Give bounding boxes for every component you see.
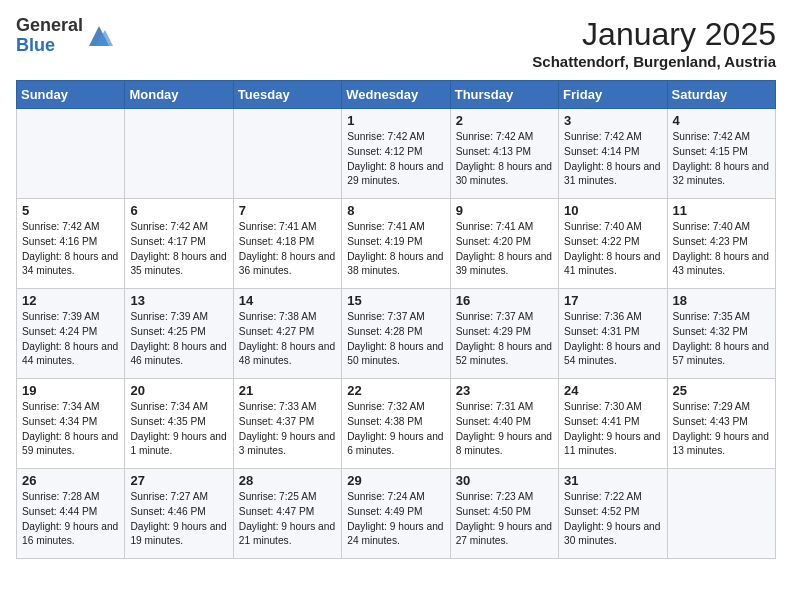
day-number: 23	[456, 383, 553, 398]
day-number: 24	[564, 383, 661, 398]
day-header-wednesday: Wednesday	[342, 81, 450, 109]
week-row-2: 5Sunrise: 7:42 AM Sunset: 4:16 PM Daylig…	[17, 199, 776, 289]
day-cell: 3Sunrise: 7:42 AM Sunset: 4:14 PM Daylig…	[559, 109, 667, 199]
day-cell: 4Sunrise: 7:42 AM Sunset: 4:15 PM Daylig…	[667, 109, 775, 199]
day-info: Sunrise: 7:34 AM Sunset: 4:35 PM Dayligh…	[130, 400, 227, 459]
day-info: Sunrise: 7:42 AM Sunset: 4:17 PM Dayligh…	[130, 220, 227, 279]
week-row-3: 12Sunrise: 7:39 AM Sunset: 4:24 PM Dayli…	[17, 289, 776, 379]
day-cell: 1Sunrise: 7:42 AM Sunset: 4:12 PM Daylig…	[342, 109, 450, 199]
day-number: 31	[564, 473, 661, 488]
day-info: Sunrise: 7:33 AM Sunset: 4:37 PM Dayligh…	[239, 400, 336, 459]
day-cell	[667, 469, 775, 559]
day-info: Sunrise: 7:39 AM Sunset: 4:24 PM Dayligh…	[22, 310, 119, 369]
page-header: General Blue January 2025 Schattendorf, …	[16, 16, 776, 70]
day-number: 25	[673, 383, 770, 398]
day-number: 20	[130, 383, 227, 398]
day-number: 9	[456, 203, 553, 218]
day-info: Sunrise: 7:35 AM Sunset: 4:32 PM Dayligh…	[673, 310, 770, 369]
day-info: Sunrise: 7:25 AM Sunset: 4:47 PM Dayligh…	[239, 490, 336, 549]
day-cell: 15Sunrise: 7:37 AM Sunset: 4:28 PM Dayli…	[342, 289, 450, 379]
day-number: 12	[22, 293, 119, 308]
day-cell: 5Sunrise: 7:42 AM Sunset: 4:16 PM Daylig…	[17, 199, 125, 289]
day-info: Sunrise: 7:42 AM Sunset: 4:12 PM Dayligh…	[347, 130, 444, 189]
day-info: Sunrise: 7:37 AM Sunset: 4:29 PM Dayligh…	[456, 310, 553, 369]
day-number: 8	[347, 203, 444, 218]
day-number: 30	[456, 473, 553, 488]
day-info: Sunrise: 7:22 AM Sunset: 4:52 PM Dayligh…	[564, 490, 661, 549]
day-cell: 29Sunrise: 7:24 AM Sunset: 4:49 PM Dayli…	[342, 469, 450, 559]
day-cell: 19Sunrise: 7:34 AM Sunset: 4:34 PM Dayli…	[17, 379, 125, 469]
day-cell: 14Sunrise: 7:38 AM Sunset: 4:27 PM Dayli…	[233, 289, 341, 379]
day-number: 3	[564, 113, 661, 128]
day-cell: 22Sunrise: 7:32 AM Sunset: 4:38 PM Dayli…	[342, 379, 450, 469]
day-cell: 18Sunrise: 7:35 AM Sunset: 4:32 PM Dayli…	[667, 289, 775, 379]
day-number: 26	[22, 473, 119, 488]
day-number: 4	[673, 113, 770, 128]
day-header-saturday: Saturday	[667, 81, 775, 109]
day-info: Sunrise: 7:23 AM Sunset: 4:50 PM Dayligh…	[456, 490, 553, 549]
day-info: Sunrise: 7:29 AM Sunset: 4:43 PM Dayligh…	[673, 400, 770, 459]
day-info: Sunrise: 7:42 AM Sunset: 4:13 PM Dayligh…	[456, 130, 553, 189]
day-cell: 11Sunrise: 7:40 AM Sunset: 4:23 PM Dayli…	[667, 199, 775, 289]
day-number: 22	[347, 383, 444, 398]
week-row-5: 26Sunrise: 7:28 AM Sunset: 4:44 PM Dayli…	[17, 469, 776, 559]
location-title: Schattendorf, Burgenland, Austria	[532, 53, 776, 70]
day-header-thursday: Thursday	[450, 81, 558, 109]
day-cell: 8Sunrise: 7:41 AM Sunset: 4:19 PM Daylig…	[342, 199, 450, 289]
days-header-row: SundayMondayTuesdayWednesdayThursdayFrid…	[17, 81, 776, 109]
day-info: Sunrise: 7:30 AM Sunset: 4:41 PM Dayligh…	[564, 400, 661, 459]
day-info: Sunrise: 7:42 AM Sunset: 4:16 PM Dayligh…	[22, 220, 119, 279]
day-number: 15	[347, 293, 444, 308]
day-number: 10	[564, 203, 661, 218]
day-info: Sunrise: 7:39 AM Sunset: 4:25 PM Dayligh…	[130, 310, 227, 369]
day-info: Sunrise: 7:41 AM Sunset: 4:18 PM Dayligh…	[239, 220, 336, 279]
day-info: Sunrise: 7:31 AM Sunset: 4:40 PM Dayligh…	[456, 400, 553, 459]
day-number: 2	[456, 113, 553, 128]
day-cell: 26Sunrise: 7:28 AM Sunset: 4:44 PM Dayli…	[17, 469, 125, 559]
day-info: Sunrise: 7:41 AM Sunset: 4:19 PM Dayligh…	[347, 220, 444, 279]
day-number: 28	[239, 473, 336, 488]
day-cell: 6Sunrise: 7:42 AM Sunset: 4:17 PM Daylig…	[125, 199, 233, 289]
day-info: Sunrise: 7:40 AM Sunset: 4:22 PM Dayligh…	[564, 220, 661, 279]
day-cell: 16Sunrise: 7:37 AM Sunset: 4:29 PM Dayli…	[450, 289, 558, 379]
day-info: Sunrise: 7:28 AM Sunset: 4:44 PM Dayligh…	[22, 490, 119, 549]
day-cell: 21Sunrise: 7:33 AM Sunset: 4:37 PM Dayli…	[233, 379, 341, 469]
calendar-table: SundayMondayTuesdayWednesdayThursdayFrid…	[16, 80, 776, 559]
day-number: 7	[239, 203, 336, 218]
day-info: Sunrise: 7:42 AM Sunset: 4:15 PM Dayligh…	[673, 130, 770, 189]
day-header-monday: Monday	[125, 81, 233, 109]
day-number: 14	[239, 293, 336, 308]
day-cell: 24Sunrise: 7:30 AM Sunset: 4:41 PM Dayli…	[559, 379, 667, 469]
day-info: Sunrise: 7:42 AM Sunset: 4:14 PM Dayligh…	[564, 130, 661, 189]
day-cell: 23Sunrise: 7:31 AM Sunset: 4:40 PM Dayli…	[450, 379, 558, 469]
day-header-sunday: Sunday	[17, 81, 125, 109]
day-number: 19	[22, 383, 119, 398]
month-title: January 2025	[532, 16, 776, 53]
day-info: Sunrise: 7:27 AM Sunset: 4:46 PM Dayligh…	[130, 490, 227, 549]
day-number: 5	[22, 203, 119, 218]
day-info: Sunrise: 7:38 AM Sunset: 4:27 PM Dayligh…	[239, 310, 336, 369]
day-cell: 17Sunrise: 7:36 AM Sunset: 4:31 PM Dayli…	[559, 289, 667, 379]
day-cell: 13Sunrise: 7:39 AM Sunset: 4:25 PM Dayli…	[125, 289, 233, 379]
day-number: 21	[239, 383, 336, 398]
day-info: Sunrise: 7:40 AM Sunset: 4:23 PM Dayligh…	[673, 220, 770, 279]
logo: General Blue	[16, 16, 113, 56]
day-number: 11	[673, 203, 770, 218]
day-number: 29	[347, 473, 444, 488]
day-number: 27	[130, 473, 227, 488]
week-row-4: 19Sunrise: 7:34 AM Sunset: 4:34 PM Dayli…	[17, 379, 776, 469]
day-info: Sunrise: 7:24 AM Sunset: 4:49 PM Dayligh…	[347, 490, 444, 549]
day-number: 18	[673, 293, 770, 308]
day-cell	[125, 109, 233, 199]
day-info: Sunrise: 7:34 AM Sunset: 4:34 PM Dayligh…	[22, 400, 119, 459]
day-number: 17	[564, 293, 661, 308]
day-info: Sunrise: 7:36 AM Sunset: 4:31 PM Dayligh…	[564, 310, 661, 369]
day-cell: 2Sunrise: 7:42 AM Sunset: 4:13 PM Daylig…	[450, 109, 558, 199]
day-cell: 27Sunrise: 7:27 AM Sunset: 4:46 PM Dayli…	[125, 469, 233, 559]
logo-blue-text: Blue	[16, 36, 83, 56]
day-cell	[233, 109, 341, 199]
day-info: Sunrise: 7:37 AM Sunset: 4:28 PM Dayligh…	[347, 310, 444, 369]
day-info: Sunrise: 7:41 AM Sunset: 4:20 PM Dayligh…	[456, 220, 553, 279]
day-cell: 7Sunrise: 7:41 AM Sunset: 4:18 PM Daylig…	[233, 199, 341, 289]
title-section: January 2025 Schattendorf, Burgenland, A…	[532, 16, 776, 70]
